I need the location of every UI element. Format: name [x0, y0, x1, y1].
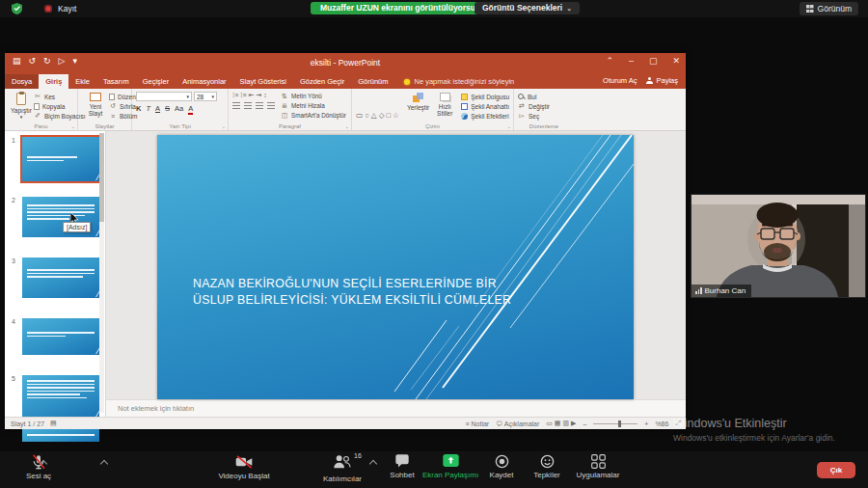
quick-styles-button[interactable]: Hızlı Stiller: [431, 92, 458, 118]
tab-ekle[interactable]: Ekle: [68, 74, 96, 89]
tab-slayt-gosterisi[interactable]: Slayt Gösterisi: [233, 74, 293, 89]
restore-icon[interactable]: ▢: [649, 56, 658, 66]
minimize-icon[interactable]: –: [629, 56, 634, 66]
change-case-button[interactable]: Aa: [175, 104, 183, 113]
display-settings-icon[interactable]: ▤: [50, 420, 57, 427]
shape-outline-button[interactable]: Şekil Anahattı: [461, 101, 509, 111]
font-name-combo[interactable]: ▾: [136, 92, 192, 101]
lightbulb-icon: [404, 79, 410, 85]
slide-thumbnail-3[interactable]: 3: [22, 258, 99, 298]
slide-indicator: Slayt 1 / 27: [11, 420, 44, 427]
recording-label: Kayıt: [58, 4, 76, 14]
align-left-icon[interactable]: [232, 102, 240, 109]
strikethrough-button[interactable]: S: [165, 104, 170, 113]
tab-gecisler[interactable]: Geçişler: [136, 74, 176, 89]
align-text-button[interactable]: ≣Metni Hizala: [281, 101, 346, 110]
zoom-out-button[interactable]: –: [583, 420, 586, 427]
leave-meeting-button[interactable]: Çık: [817, 462, 855, 478]
zoom-slider-thumb[interactable]: [618, 420, 621, 427]
zoom-percent[interactable]: %86: [655, 420, 668, 427]
start-video-button[interactable]: Videoyu Başlat: [207, 454, 281, 480]
underline-button[interactable]: A: [155, 104, 160, 113]
ppt-status-bar: Slayt 1 / 27 ▤ ≡ Notlar 🗩 Açıklamalar ▭ …: [5, 417, 686, 429]
view-switcher-icons[interactable]: ▭ ▦ ▥ ▶: [546, 420, 576, 427]
powerpoint-title-bar[interactable]: ▤ ↺ ↻ ▷ ▾ eksilti - PowerPoint ⌃ – ▢ ✕: [5, 53, 686, 73]
tell-me-box[interactable]: Ne yapmak istediğinizi söyleyin: [404, 77, 514, 89]
comments-toggle[interactable]: 🗩 Açıklamalar: [496, 420, 539, 427]
align-center-icon[interactable]: [244, 102, 252, 109]
reset-icon: ↺: [109, 102, 117, 110]
record-button[interactable]: Kaydet: [478, 454, 525, 479]
notes-pane[interactable]: Not eklemek için tıklatın: [106, 399, 686, 417]
align-text-icon: ≣: [281, 102, 288, 110]
slide-editor: NAZAN BEKİROĞLU'NUN SEÇİLİ ESERLERİNDE B…: [106, 131, 686, 417]
dialog-launcher-icon[interactable]: ⌄: [345, 123, 349, 129]
mute-button[interactable]: Sesi aç: [12, 454, 66, 480]
zoom-in-button[interactable]: +: [644, 420, 648, 427]
shape-effects-button[interactable]: Şekil Efektleri: [461, 111, 509, 121]
font-color-button[interactable]: A: [188, 104, 193, 115]
group-label-clipboard: Pano: [5, 123, 77, 129]
slide-canvas[interactable]: NAZAN BEKİROĞLU'NUN SEÇİLİ ESERLERİNDE B…: [106, 131, 686, 399]
smartart-icon: ◫: [281, 112, 288, 120]
tab-tasarim[interactable]: Tasarım: [96, 74, 136, 89]
font-size-combo[interactable]: 28▾: [194, 92, 217, 101]
italic-button[interactable]: T: [146, 104, 150, 113]
slide-thumbnail-panel: 1 2 3 4: [5, 131, 106, 417]
bold-button[interactable]: K: [136, 104, 141, 113]
shape-fill-icon: [461, 94, 468, 100]
slide-thumbnail-6[interactable]: 6: [22, 428, 99, 442]
ribbon-group-clipboard: Yapıştır ▾ ✂Kes Kopyala ✐Biçim Boyacısı …: [5, 89, 78, 130]
replace-button[interactable]: ⇄Değiştir: [518, 101, 570, 111]
notes-toggle[interactable]: ≡ Notlar: [465, 420, 489, 427]
sign-in-link[interactable]: Oturum Aç: [603, 76, 637, 85]
slide-thumbnail-4[interactable]: 4: [22, 318, 99, 355]
participant-video-tile[interactable]: Burhan Can: [691, 194, 866, 298]
dialog-launcher-icon[interactable]: ⌄: [507, 123, 511, 129]
new-slide-icon: [90, 93, 101, 101]
tab-giris[interactable]: Giriş: [39, 74, 68, 89]
replace-icon: ⇄: [518, 102, 526, 110]
reactions-button[interactable]: Tepkiler: [523, 454, 571, 479]
slide[interactable]: NAZAN BEKİROĞLU'NUN SEÇİLİ ESERLERİNDE B…: [157, 135, 634, 399]
alignment-buttons[interactable]: [232, 102, 275, 109]
smartart-button[interactable]: ◫SmartArt'a Dönüştür: [281, 111, 346, 120]
dialog-launcher-icon[interactable]: ⌄: [71, 123, 75, 129]
security-shield-icon[interactable]: [12, 3, 22, 14]
slide-thumbnail-1[interactable]: 1: [22, 137, 99, 181]
video-options-chevron[interactable]: [100, 460, 108, 468]
share-button[interactable]: Paylaş: [646, 76, 678, 85]
view-button[interactable]: Görünüm: [800, 2, 858, 15]
close-icon[interactable]: ✕: [672, 56, 680, 66]
ribbon-options-icon[interactable]: ⌃: [606, 56, 613, 66]
align-right-icon[interactable]: [256, 102, 263, 109]
tab-gorunum[interactable]: Görünüm: [351, 74, 394, 89]
smiley-icon: [540, 454, 555, 469]
windows-activation-watermark-subtitle: Windows'u etkinleştirmek için Ayarlar'a …: [673, 433, 835, 443]
tab-dosya[interactable]: Dosya: [5, 74, 39, 89]
thumbnail-scrollbar[interactable]: [99, 133, 104, 413]
justify-icon[interactable]: [267, 102, 275, 109]
shape-fill-button[interactable]: Şekil Dolgusu: [461, 92, 509, 101]
select-button[interactable]: ▻Seç: [518, 111, 570, 121]
find-button[interactable]: Bul: [518, 92, 570, 101]
scissors-icon: ✂: [34, 93, 41, 100]
list-indent-icons[interactable]: ⁝≡ ⁝≡ ⇤ ⇥ ↕: [232, 92, 275, 99]
participants-button[interactable]: 16 Katılımcılar: [311, 454, 374, 483]
zoom-slider[interactable]: [593, 423, 637, 424]
new-slide-button[interactable]: Yeni Slayt: [82, 92, 109, 121]
text-direction-button[interactable]: ⇅Metin Yönü: [281, 92, 346, 100]
tab-animasyonlar[interactable]: Animasyonlar: [176, 74, 232, 89]
slide-thumbnail-5[interactable]: 5: [22, 375, 99, 418]
participant-name: Burhan Can: [705, 286, 746, 295]
dialog-launcher-icon[interactable]: ⌄: [222, 123, 226, 129]
tell-me-label: Ne yapmak istediğinizi söyleyin: [414, 77, 514, 86]
view-options-dropdown[interactable]: Görüntü Seçenekleri⌄: [475, 2, 580, 14]
apps-button[interactable]: Uygulamalar: [567, 454, 629, 479]
paste-button[interactable]: Yapıştır ▾: [9, 92, 34, 122]
screen-share-button[interactable]: Ekran Paylaşımı: [413, 454, 488, 479]
tab-gozden-gecir[interactable]: Gözden Geçir: [293, 74, 351, 89]
arrange-button[interactable]: Yerleştir: [405, 92, 431, 112]
screen-share-banner: Muzaffer UZUN ekranını görüntülüyorsunuz: [311, 2, 500, 14]
slide-title-text[interactable]: NAZAN BEKİROĞLU'NUN SEÇİLİ ESERLERİNDE B…: [193, 276, 530, 308]
